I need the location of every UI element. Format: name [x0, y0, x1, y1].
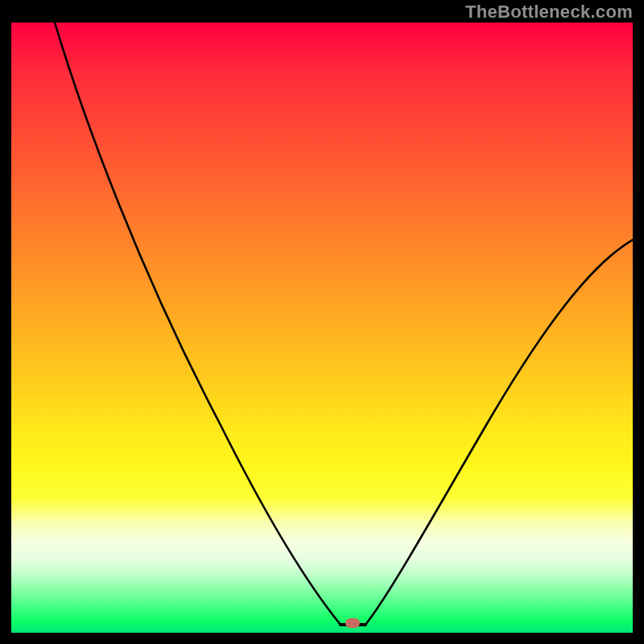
attribution-text: TheBottleneck.com — [465, 2, 633, 23]
plot-area — [11, 23, 633, 633]
curve-layer — [11, 23, 633, 633]
min-marker — [345, 618, 360, 628]
chart-container: TheBottleneck.com — [0, 0, 644, 644]
curve-right — [365, 240, 633, 625]
curve-left — [55, 23, 341, 625]
